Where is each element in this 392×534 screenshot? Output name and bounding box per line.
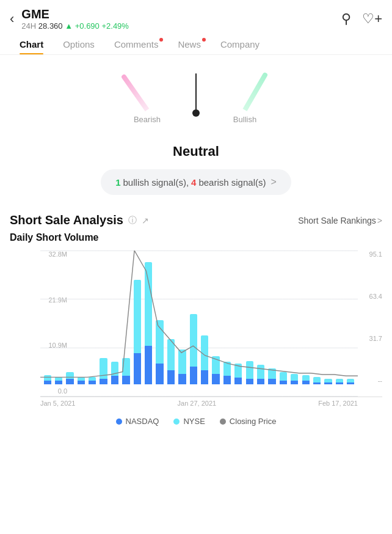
- bar-group: [178, 251, 187, 384]
- nyse-bar: [134, 280, 141, 353]
- info-icon[interactable]: ⓘ: [128, 215, 137, 226]
- x-label-end: Feb 17, 2021: [318, 400, 358, 407]
- header: ‹ GME 24H 28.360 ▲ +0.690 +2.49% ⚲ ♡+: [0, 0, 392, 33]
- bar-group: [99, 251, 108, 384]
- sentiment-section: Bearish Bullish Neutral 1 bullish signal…: [0, 55, 392, 201]
- tab-comments[interactable]: Comments: [104, 33, 169, 54]
- nyse-bar: [302, 375, 310, 381]
- nyse-bar: [246, 361, 253, 379]
- nyse-bar: [156, 320, 163, 364]
- watchlist-add-icon[interactable]: ♡+: [362, 11, 382, 27]
- nasdaq-bar: [234, 378, 242, 384]
- grid-line-bot: [40, 396, 358, 397]
- nyse-label: NYSE: [183, 417, 205, 426]
- search-icon[interactable]: ⚲: [341, 11, 351, 27]
- bar-group: [43, 251, 52, 384]
- x-axis: Jan 5, 2021 Jan 27, 2021 Feb 17, 2021: [40, 397, 382, 407]
- y-right-mid1: 63.4: [360, 293, 382, 300]
- nyse-bar: [167, 339, 175, 370]
- nasdaq-dot: [116, 419, 122, 425]
- needle-pivot: [192, 109, 200, 117]
- y-right-mid2: 31.7: [360, 335, 382, 342]
- price-value: 28.360: [38, 21, 63, 31]
- x-label-mid: Jan 27, 2021: [178, 400, 217, 407]
- nasdaq-bar: [122, 376, 129, 384]
- tab-news[interactable]: News: [168, 33, 211, 54]
- comments-notification-dot: [159, 38, 163, 42]
- sentiment-title: Neutral: [173, 144, 219, 159]
- nyse-bar: [212, 356, 219, 374]
- bar-group: [222, 251, 231, 384]
- nasdaq-label: NASDAQ: [126, 417, 159, 426]
- nyse-bar: [145, 262, 152, 346]
- nyse-bar: [223, 362, 231, 376]
- nasdaq-bar: [78, 381, 85, 384]
- nasdaq-bar: [66, 379, 73, 384]
- nyse-bar: [234, 364, 242, 378]
- bars-container: [40, 251, 358, 384]
- chart-subtitle: Daily Short Volume: [10, 232, 382, 243]
- nyse-bar: [190, 314, 197, 367]
- bullish-count: 1: [115, 177, 120, 188]
- sentiment-gauge: Bearish Bullish: [10, 67, 382, 136]
- nasdaq-bar: [55, 381, 62, 384]
- tab-chart[interactable]: Chart: [10, 33, 53, 54]
- rankings-link[interactable]: Short Sale Rankings >: [298, 216, 382, 225]
- closing-price-dot: [220, 419, 226, 425]
- bar-group: [166, 251, 175, 384]
- nyse-bar: [66, 372, 73, 379]
- nyse-bar: [313, 377, 321, 382]
- signal-pill[interactable]: 1 bullish signal(s), 4 bearish signal(s)…: [101, 169, 291, 195]
- bar-group: [144, 251, 153, 384]
- bar-group: [256, 251, 265, 384]
- nyse-bar: [100, 358, 107, 379]
- y-right-bot: --: [360, 377, 382, 384]
- bar-group: [65, 251, 74, 384]
- bar-group: [324, 251, 333, 384]
- signal-arrow-icon: >: [270, 177, 276, 188]
- nasdaq-bar: [201, 370, 208, 384]
- bar-group: [155, 251, 164, 384]
- nyse-dot: [173, 419, 180, 425]
- tab-bar: Chart Options Comments News Company: [0, 33, 392, 55]
- period-label: 24H: [21, 21, 36, 31]
- nasdaq-bar: [178, 374, 186, 384]
- nasdaq-bar: [145, 346, 152, 384]
- legend-closing-price: Closing Price: [220, 417, 277, 426]
- nasdaq-bar: [223, 376, 231, 384]
- bullish-text: bullish signal(s),: [123, 177, 189, 188]
- nasdaq-bar: [89, 381, 96, 384]
- nasdaq-bar: [302, 381, 310, 384]
- bar-group: [234, 251, 243, 384]
- nyse-bar: [268, 368, 275, 379]
- nasdaq-bar: [190, 367, 197, 384]
- bar-group: [200, 251, 209, 384]
- bar-group: [278, 251, 288, 384]
- nasdaq-bar: [134, 353, 141, 384]
- nyse-bar: [44, 375, 51, 381]
- nasdaq-bar: [167, 370, 175, 384]
- legend-nyse: NYSE: [173, 417, 205, 426]
- bar-group: [122, 251, 131, 384]
- nasdaq-bar: [280, 381, 287, 384]
- bar-group: [110, 251, 119, 384]
- tab-options[interactable]: Options: [53, 33, 104, 54]
- nasdaq-bar: [246, 379, 253, 384]
- bar-group: [54, 251, 63, 384]
- price-change-pct: +2.49%: [101, 21, 128, 31]
- bullish-label: Bullish: [233, 115, 256, 136]
- bar-group: [267, 251, 277, 384]
- tab-company[interactable]: Company: [211, 33, 269, 54]
- nasdaq-bar: [44, 381, 51, 384]
- bearish-text: bearish signal(s): [198, 177, 266, 188]
- bearish-needle: [121, 73, 150, 111]
- legend-nasdaq: NASDAQ: [116, 417, 159, 426]
- bar-group: [301, 251, 310, 384]
- chart-legend: NASDAQ NYSE Closing Price: [10, 407, 382, 438]
- bar-group: [335, 251, 344, 384]
- rankings-arrow-icon: >: [377, 216, 382, 225]
- bar-group: [312, 251, 321, 384]
- share-icon[interactable]: ↗: [142, 216, 149, 225]
- price-arrow: ▲: [65, 21, 73, 31]
- back-button[interactable]: ‹: [10, 11, 14, 27]
